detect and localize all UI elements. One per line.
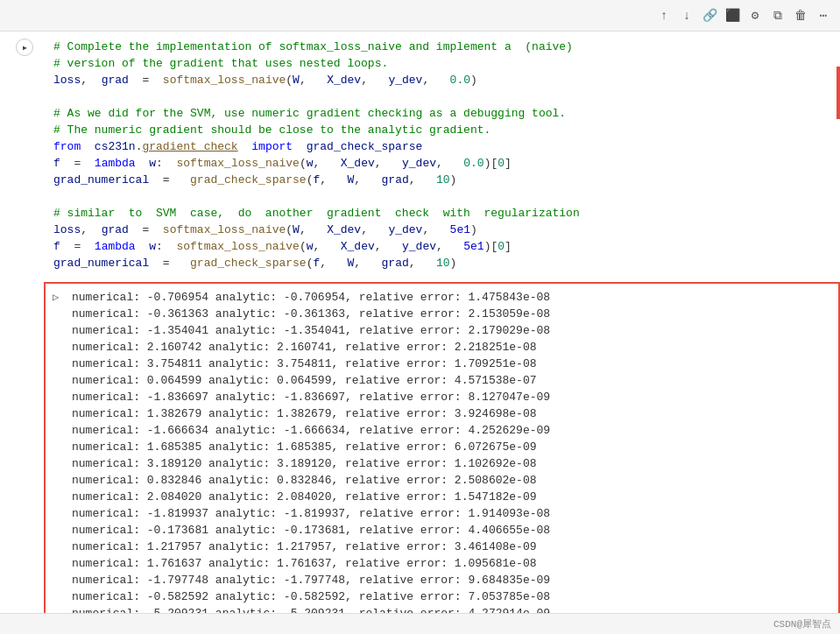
run-button[interactable]	[16, 39, 33, 56]
output-cell: ▷ numerical: -0.706954 analytic: -0.7069…	[44, 282, 840, 613]
output-line-11: numerical: 3.189120 analytic: 3.189120, …	[72, 455, 831, 472]
output-line-7: numerical: -1.836697 analytic: -1.836697…	[72, 389, 831, 405]
output-line-8: numerical: 1.382679 analytic: 1.382679, …	[72, 405, 831, 422]
code-line: f = 1ambda w: softmax_loss_naive(w, X_de…	[53, 238, 833, 255]
split-icon[interactable]: ⧉	[770, 8, 786, 24]
more-icon[interactable]: ⋯	[815, 8, 831, 24]
code-line	[53, 188, 833, 205]
code-line: from cs231n.gradient_check import grad_c…	[53, 138, 833, 155]
delete-icon[interactable]: 🗑	[793, 8, 808, 24]
content-area: # Complete the implementation of softmax…	[0, 32, 840, 613]
output-line-16: numerical: 1.217957 analytic: 1.217957, …	[72, 539, 831, 555]
brand-label: CSDN@犀智点	[773, 617, 831, 630]
output-line-15: numerical: -0.173681 analytic: -0.173681…	[72, 522, 831, 539]
code-line: grad_numerical = grad_check_sparse(f, W,…	[53, 255, 833, 271]
code-line: f = 1ambda w: softmax_loss_naive(w, X_de…	[53, 155, 833, 172]
code-line: # As we did for the SVM, use numeric gra…	[53, 105, 833, 122]
code-block: # Complete the implementation of softmax…	[53, 37, 833, 273]
bottom-bar: CSDN@犀智点	[0, 613, 840, 634]
output-line-13: numerical: 2.084020 analytic: 2.084020, …	[72, 489, 831, 505]
output-line-14: numerical: -1.819937 analytic: -1.819937…	[72, 505, 831, 522]
output-line-2: numerical: -0.361363 analytic: -0.361363…	[72, 306, 831, 322]
link-icon[interactable]: 🔗	[702, 8, 717, 24]
output-line-3: numerical: -1.354041 analytic: -1.354041…	[72, 322, 831, 339]
cells-area[interactable]: # Complete the implementation of softmax…	[0, 32, 840, 613]
notebook: ↑ ↓ 🔗 ⬛ ⚙ ⧉ 🗑 ⋯ # Complete the implement…	[0, 0, 840, 634]
code-line	[53, 88, 833, 105]
code-line: # Complete the implementation of softmax…	[53, 39, 833, 55]
down-arrow-icon[interactable]: ↓	[679, 8, 695, 24]
cell-gutter	[3, 32, 46, 278]
toolbar: ↑ ↓ 🔗 ⬛ ⚙ ⧉ 🗑 ⋯	[0, 0, 840, 32]
output-line-19: numerical: -0.582592 analytic: -0.582592…	[72, 588, 831, 605]
up-arrow-icon[interactable]: ↑	[656, 8, 672, 24]
output-line-1: numerical: -0.706954 analytic: -0.706954…	[72, 289, 831, 306]
output-line-20: numerical: -5.209231 analytic: -5.209231…	[72, 605, 831, 613]
output-line-9: numerical: -1.666634 analytic: -1.666634…	[72, 422, 831, 439]
output-line-10: numerical: 1.685385 analytic: 1.685385, …	[72, 439, 831, 455]
output-line-5: numerical: 3.754811 analytic: 3.754811, …	[72, 356, 831, 372]
output-line-17: numerical: 1.761637 analytic: 1.761637, …	[72, 555, 831, 572]
stop-icon[interactable]: ⬛	[724, 8, 740, 24]
output-icon: ▷	[53, 291, 59, 304]
cell-content[interactable]: # Complete the implementation of softmax…	[46, 32, 840, 278]
output-line-12: numerical: 0.832846 analytic: 0.832846, …	[72, 472, 831, 489]
code-line: # The numeric gradient should be close t…	[53, 122, 833, 138]
settings-icon[interactable]: ⚙	[747, 8, 763, 24]
code-line: grad_numerical = grad_check_sparse(f, W,…	[53, 172, 833, 188]
code-line: # similar to SVM case, do another gradie…	[53, 205, 833, 222]
output-line-6: numerical: 0.064599 analytic: 0.064599, …	[72, 372, 831, 389]
code-cell: # Complete the implementation of softmax…	[0, 32, 840, 278]
scrollbar-accent	[836, 67, 840, 119]
code-line: loss, grad = softmax_loss_naive(W, X_dev…	[53, 222, 833, 238]
code-line: # version of the gradient that uses nest…	[53, 55, 833, 72]
code-line: loss, grad = softmax_loss_naive(W, X_dev…	[53, 72, 833, 88]
output-line-18: numerical: -1.797748 analytic: -1.797748…	[72, 572, 831, 588]
output-line-4: numerical: 2.160742 analytic: 2.160741, …	[72, 339, 831, 356]
